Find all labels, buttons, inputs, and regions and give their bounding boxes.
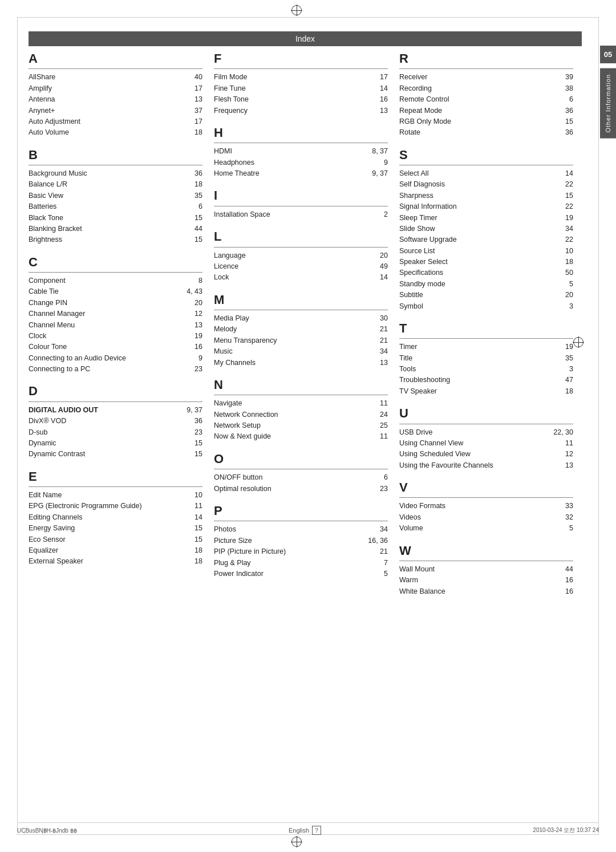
entry-page: 11: [194, 501, 202, 512]
entry-page: 38: [565, 83, 573, 94]
entry-page: 18: [565, 257, 573, 267]
index-entry: Licence49: [214, 261, 388, 272]
entry-name: Brightness: [29, 234, 194, 245]
index-entry: Home Theatre9, 37: [214, 168, 388, 179]
index-entry: Colour Tone16: [29, 342, 202, 352]
entry-name: Antenna: [29, 94, 194, 105]
entry-name: Media Play: [214, 313, 380, 324]
index-entry: Picture Size16, 36: [214, 535, 388, 546]
entry-name: Network Connection: [214, 409, 380, 420]
question-mark-icon: ?: [312, 826, 321, 835]
column-3: RReceiver39Recording38Remote Control6Rep…: [394, 51, 579, 806]
index-entry: Recording38: [399, 83, 573, 94]
entry-name: Amplify: [29, 83, 194, 94]
index-entry: Film Mode17: [214, 72, 388, 83]
letter-section-p: PPhotos34Picture Size16, 36PIP (Picture …: [214, 504, 388, 579]
entry-name: Anynet+: [29, 106, 194, 116]
index-entry: Symbol3: [399, 301, 573, 312]
index-entry: Dynamic15: [29, 438, 202, 449]
entry-page: 11: [565, 438, 573, 449]
entry-name: D-sub: [29, 427, 194, 438]
entry-name: Connecting to a PC: [29, 364, 194, 375]
letter-section-b: BBackground Music36Balance L/R18Basic Vi…: [29, 148, 202, 246]
language-label: English: [289, 827, 309, 834]
letter-heading: H: [214, 125, 388, 140]
entry-page: 6: [569, 94, 573, 105]
entry-page: 5: [569, 279, 573, 290]
index-entry: Dynamic Contrast15: [29, 449, 202, 460]
index-entry: Slide Show34: [399, 224, 573, 234]
letter-heading: M: [214, 293, 388, 307]
index-entry: Videos32: [399, 512, 573, 523]
letter-section-d: DDIGITAL AUDIO OUT9, 37DivX® VOD36D-sub2…: [29, 384, 202, 460]
entry-name: Equalizer: [29, 545, 194, 556]
entry-name: Lock: [214, 272, 380, 283]
entry-page: 14: [380, 83, 388, 94]
entry-page: 10: [565, 246, 573, 257]
index-entry: Connecting to an Audio Device9: [29, 353, 202, 364]
entry-name: Music: [214, 346, 380, 357]
letter-divider: [214, 247, 388, 248]
index-entry: Select All14: [399, 168, 573, 179]
entry-name: Symbol: [399, 301, 569, 312]
entry-page: 13: [194, 94, 202, 105]
letter-heading: V: [399, 480, 573, 495]
letter-section-o: OON/OFF button6Optimal resolution23: [214, 452, 388, 494]
entry-name: Photos: [214, 524, 380, 535]
letter-heading: A: [29, 51, 202, 66]
entry-page: 25: [380, 420, 388, 431]
entry-page: 15: [194, 449, 202, 460]
letter-heading: I: [214, 188, 388, 203]
entry-page: 14: [194, 512, 202, 523]
entry-page: 35: [565, 353, 573, 364]
index-entry: Standby mode5: [399, 279, 573, 290]
letter-divider: [29, 165, 202, 165]
letter-divider: [399, 165, 573, 165]
index-entry: Music34: [214, 346, 388, 357]
entry-page: 10: [194, 490, 202, 501]
entry-name: Connecting to an Audio Device: [29, 353, 198, 364]
entry-name: Licence: [214, 261, 380, 272]
entry-name: Blanking Bracket: [29, 224, 194, 234]
entry-name: Video Formats: [399, 501, 565, 512]
entry-page: 36: [194, 168, 202, 179]
entry-name: RGB Only Mode: [399, 116, 565, 127]
entry-name: Colour Tone: [29, 342, 194, 352]
letter-divider: [399, 497, 573, 498]
entry-page: 39: [565, 72, 573, 83]
index-entry: Energy Saving15: [29, 523, 202, 534]
entry-page: 16, 36: [368, 535, 388, 546]
index-entry: Blanking Bracket44: [29, 224, 202, 234]
letter-heading: C: [29, 255, 202, 270]
entry-name: Sharpness: [399, 190, 565, 201]
entry-page: 18: [565, 386, 573, 397]
index-entry: Media Play30: [214, 313, 388, 324]
entry-name: AllShare: [29, 72, 194, 83]
entry-page: 5: [384, 569, 388, 579]
entry-page: 47: [565, 375, 573, 386]
entry-page: 18: [194, 556, 202, 567]
entry-name: Rotate: [399, 127, 565, 138]
index-entry: My Channels13: [214, 358, 388, 368]
entry-name: EPG (Electronic Programme Guide): [29, 501, 194, 512]
entry-name: Using the Favourite Channels: [399, 460, 565, 471]
index-entry: RGB Only Mode15: [399, 116, 573, 127]
entry-page: 12: [565, 449, 573, 460]
index-entry: Language20: [214, 250, 388, 261]
letter-heading: F: [214, 51, 388, 66]
entry-name: Black Tone: [29, 213, 194, 224]
entry-name: Film Mode: [214, 72, 380, 83]
entry-page: 8: [198, 275, 202, 286]
entry-name: HDMI: [214, 146, 372, 157]
index-entry: Source List10: [399, 246, 573, 257]
index-entry: Installation Space2: [214, 209, 388, 220]
entry-name: Frequency: [214, 106, 380, 116]
entry-page: 21: [380, 324, 388, 335]
letter-section-u: UUSB Drive22, 30Using Channel View11Usin…: [399, 406, 573, 471]
entry-page: 14: [380, 272, 388, 283]
letter-section-v: VVideo Formats33Videos32Volume5: [399, 480, 573, 534]
entry-page: 15: [194, 534, 202, 545]
index-entry: Change PIN20: [29, 298, 202, 309]
entry-page: 15: [194, 213, 202, 224]
index-entry: Optimal resolution23: [214, 484, 388, 494]
